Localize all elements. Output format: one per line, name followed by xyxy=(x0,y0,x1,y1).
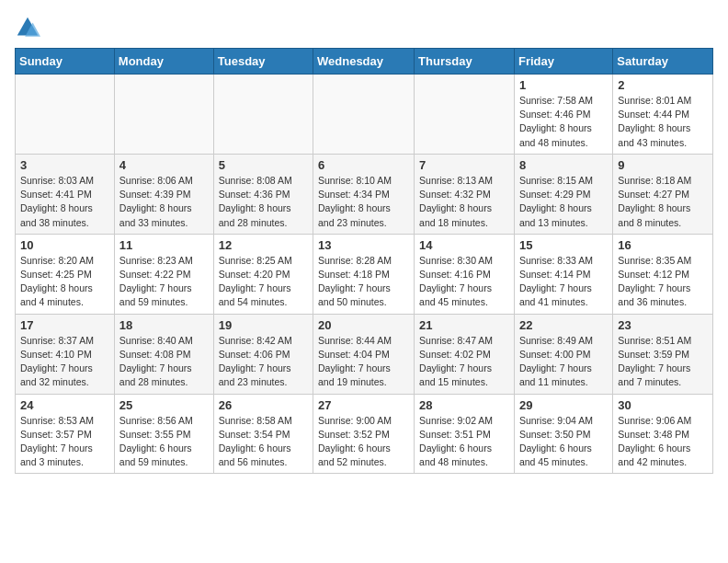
day-info: Sunrise: 8:51 AM Sunset: 3:59 PM Dayligh… xyxy=(618,334,708,390)
day-number: 27 xyxy=(318,398,409,412)
day-info: Sunrise: 9:04 AM Sunset: 3:50 PM Dayligh… xyxy=(519,414,608,470)
day-number: 2 xyxy=(618,78,708,92)
empty-cell xyxy=(313,75,415,155)
day-info: Sunrise: 8:53 AM Sunset: 3:57 PM Dayligh… xyxy=(20,414,109,470)
day-info: Sunrise: 8:10 AM Sunset: 4:34 PM Dayligh… xyxy=(318,174,409,230)
day-number: 25 xyxy=(119,398,209,412)
day-cell-15: 15Sunrise: 8:33 AM Sunset: 4:14 PM Dayli… xyxy=(514,234,612,314)
empty-cell xyxy=(16,75,115,155)
day-cell-11: 11Sunrise: 8:23 AM Sunset: 4:22 PM Dayli… xyxy=(114,234,213,314)
day-cell-16: 16Sunrise: 8:35 AM Sunset: 4:12 PM Dayli… xyxy=(613,234,713,314)
day-number: 9 xyxy=(618,158,708,172)
day-cell-8: 8Sunrise: 8:15 AM Sunset: 4:29 PM Daylig… xyxy=(514,154,612,234)
day-cell-13: 13Sunrise: 8:28 AM Sunset: 4:18 PM Dayli… xyxy=(313,234,415,314)
day-number: 11 xyxy=(119,238,209,252)
day-info: Sunrise: 8:25 AM Sunset: 4:20 PM Dayligh… xyxy=(219,254,308,310)
day-cell-24: 24Sunrise: 8:53 AM Sunset: 3:57 PM Dayli… xyxy=(16,394,115,474)
logo xyxy=(15,15,44,40)
day-number: 30 xyxy=(618,398,708,412)
weekday-header-monday: Monday xyxy=(114,49,213,75)
day-number: 20 xyxy=(318,318,409,332)
weekday-header-thursday: Thursday xyxy=(415,49,515,75)
day-info: Sunrise: 8:40 AM Sunset: 4:08 PM Dayligh… xyxy=(119,334,209,390)
day-info: Sunrise: 8:18 AM Sunset: 4:27 PM Dayligh… xyxy=(618,174,708,230)
day-cell-27: 27Sunrise: 9:00 AM Sunset: 3:52 PM Dayli… xyxy=(313,394,415,474)
day-cell-17: 17Sunrise: 8:37 AM Sunset: 4:10 PM Dayli… xyxy=(16,314,115,394)
day-info: Sunrise: 8:08 AM Sunset: 4:36 PM Dayligh… xyxy=(219,174,308,230)
logo-icon xyxy=(15,15,40,40)
day-cell-12: 12Sunrise: 8:25 AM Sunset: 4:20 PM Dayli… xyxy=(213,234,313,314)
day-number: 5 xyxy=(219,158,308,172)
day-info: Sunrise: 8:30 AM Sunset: 4:16 PM Dayligh… xyxy=(419,254,509,310)
day-cell-7: 7Sunrise: 8:13 AM Sunset: 4:32 PM Daylig… xyxy=(415,154,515,234)
day-number: 26 xyxy=(219,398,308,412)
day-number: 7 xyxy=(419,158,509,172)
empty-cell xyxy=(114,75,213,155)
day-cell-23: 23Sunrise: 8:51 AM Sunset: 3:59 PM Dayli… xyxy=(613,314,713,394)
weekday-header-wednesday: Wednesday xyxy=(313,49,415,75)
empty-cell xyxy=(213,75,313,155)
day-number: 22 xyxy=(519,318,608,332)
week-row-2: 3Sunrise: 8:03 AM Sunset: 4:41 PM Daylig… xyxy=(16,154,713,234)
day-cell-9: 9Sunrise: 8:18 AM Sunset: 4:27 PM Daylig… xyxy=(613,154,713,234)
day-number: 28 xyxy=(419,398,509,412)
day-cell-4: 4Sunrise: 8:06 AM Sunset: 4:39 PM Daylig… xyxy=(114,154,213,234)
day-number: 6 xyxy=(318,158,409,172)
day-info: Sunrise: 9:00 AM Sunset: 3:52 PM Dayligh… xyxy=(318,414,409,470)
week-row-5: 24Sunrise: 8:53 AM Sunset: 3:57 PM Dayli… xyxy=(16,394,713,474)
day-number: 4 xyxy=(119,158,209,172)
day-number: 12 xyxy=(219,238,308,252)
day-number: 23 xyxy=(618,318,708,332)
day-number: 13 xyxy=(318,238,409,252)
day-cell-10: 10Sunrise: 8:20 AM Sunset: 4:25 PM Dayli… xyxy=(16,234,115,314)
day-info: Sunrise: 8:06 AM Sunset: 4:39 PM Dayligh… xyxy=(119,174,209,230)
day-cell-28: 28Sunrise: 9:02 AM Sunset: 3:51 PM Dayli… xyxy=(415,394,515,474)
day-number: 15 xyxy=(519,238,608,252)
day-cell-14: 14Sunrise: 8:30 AM Sunset: 4:16 PM Dayli… xyxy=(415,234,515,314)
day-number: 14 xyxy=(419,238,509,252)
empty-cell xyxy=(415,75,515,155)
calendar-table: SundayMondayTuesdayWednesdayThursdayFrid… xyxy=(15,48,713,474)
week-row-1: 1Sunrise: 7:58 AM Sunset: 4:46 PM Daylig… xyxy=(16,75,713,155)
day-info: Sunrise: 8:42 AM Sunset: 4:06 PM Dayligh… xyxy=(219,334,308,390)
day-info: Sunrise: 8:20 AM Sunset: 4:25 PM Dayligh… xyxy=(20,254,109,310)
weekday-header-tuesday: Tuesday xyxy=(213,49,313,75)
page-header xyxy=(15,15,713,40)
day-cell-22: 22Sunrise: 8:49 AM Sunset: 4:00 PM Dayli… xyxy=(514,314,612,394)
day-info: Sunrise: 8:35 AM Sunset: 4:12 PM Dayligh… xyxy=(618,254,708,310)
day-info: Sunrise: 8:03 AM Sunset: 4:41 PM Dayligh… xyxy=(20,174,109,230)
day-cell-6: 6Sunrise: 8:10 AM Sunset: 4:34 PM Daylig… xyxy=(313,154,415,234)
day-info: Sunrise: 8:44 AM Sunset: 4:04 PM Dayligh… xyxy=(318,334,409,390)
day-info: Sunrise: 8:56 AM Sunset: 3:55 PM Dayligh… xyxy=(119,414,209,470)
day-number: 17 xyxy=(20,318,109,332)
day-number: 18 xyxy=(119,318,209,332)
day-cell-29: 29Sunrise: 9:04 AM Sunset: 3:50 PM Dayli… xyxy=(514,394,612,474)
day-number: 10 xyxy=(20,238,109,252)
day-cell-3: 3Sunrise: 8:03 AM Sunset: 4:41 PM Daylig… xyxy=(16,154,115,234)
day-cell-25: 25Sunrise: 8:56 AM Sunset: 3:55 PM Dayli… xyxy=(114,394,213,474)
day-number: 24 xyxy=(20,398,109,412)
day-number: 29 xyxy=(519,398,608,412)
day-cell-21: 21Sunrise: 8:47 AM Sunset: 4:02 PM Dayli… xyxy=(415,314,515,394)
day-info: Sunrise: 8:01 AM Sunset: 4:44 PM Dayligh… xyxy=(618,94,708,150)
day-info: Sunrise: 8:33 AM Sunset: 4:14 PM Dayligh… xyxy=(519,254,608,310)
day-cell-19: 19Sunrise: 8:42 AM Sunset: 4:06 PM Dayli… xyxy=(213,314,313,394)
day-number: 1 xyxy=(519,78,608,92)
day-info: Sunrise: 8:49 AM Sunset: 4:00 PM Dayligh… xyxy=(519,334,608,390)
day-info: Sunrise: 8:47 AM Sunset: 4:02 PM Dayligh… xyxy=(419,334,509,390)
weekday-header-friday: Friday xyxy=(514,49,612,75)
day-info: Sunrise: 7:58 AM Sunset: 4:46 PM Dayligh… xyxy=(519,94,608,150)
weekday-header-sunday: Sunday xyxy=(16,49,115,75)
weekday-header-row: SundayMondayTuesdayWednesdayThursdayFrid… xyxy=(16,49,713,75)
day-cell-30: 30Sunrise: 9:06 AM Sunset: 3:48 PM Dayli… xyxy=(613,394,713,474)
day-info: Sunrise: 8:37 AM Sunset: 4:10 PM Dayligh… xyxy=(20,334,109,390)
day-info: Sunrise: 8:28 AM Sunset: 4:18 PM Dayligh… xyxy=(318,254,409,310)
day-number: 3 xyxy=(20,158,109,172)
day-info: Sunrise: 8:58 AM Sunset: 3:54 PM Dayligh… xyxy=(219,414,308,470)
day-info: Sunrise: 8:15 AM Sunset: 4:29 PM Dayligh… xyxy=(519,174,608,230)
day-number: 16 xyxy=(618,238,708,252)
day-number: 8 xyxy=(519,158,608,172)
day-cell-2: 2Sunrise: 8:01 AM Sunset: 4:44 PM Daylig… xyxy=(613,75,713,155)
day-cell-26: 26Sunrise: 8:58 AM Sunset: 3:54 PM Dayli… xyxy=(213,394,313,474)
day-number: 19 xyxy=(219,318,308,332)
